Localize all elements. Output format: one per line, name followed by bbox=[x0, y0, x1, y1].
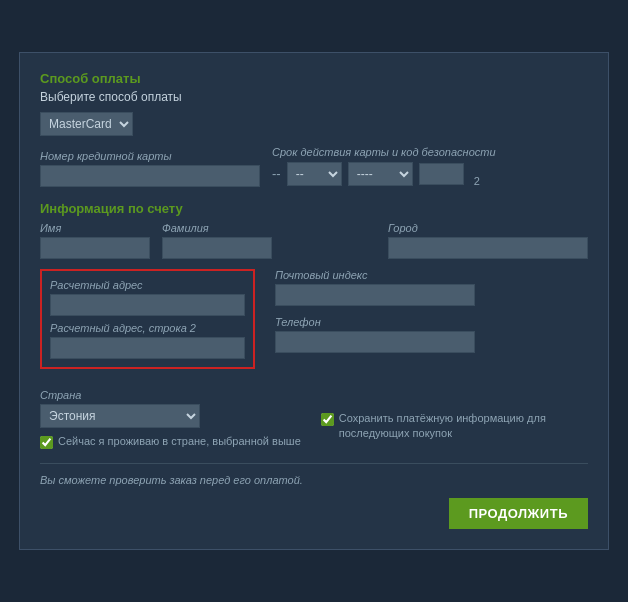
expiry-year-select[interactable]: ---- 202420252026 202720282029 bbox=[348, 162, 413, 186]
address2-label: Расчетный адрес, строка 2 bbox=[50, 322, 245, 334]
card-details-row: Номер кредитной карты Срок действия карт… bbox=[40, 146, 588, 187]
payment-method-select[interactable]: MasterCard Visa PayPal bbox=[40, 112, 133, 136]
card-number-label: Номер кредитной карты bbox=[40, 150, 260, 162]
bottom-row: ПРОДОЛЖИТЬ bbox=[40, 498, 588, 529]
checkbox1-row: Сейчас я проживаю в стране, выбранной вы… bbox=[40, 434, 301, 449]
payment-subtitle: Выберите способ оплаты bbox=[40, 90, 588, 104]
checkbox1-label: Сейчас я проживаю в стране, выбранной вы… bbox=[58, 434, 301, 449]
payment-form: Способ оплаты Выберите способ оплаты Mas… bbox=[19, 52, 609, 550]
address1-input[interactable] bbox=[50, 294, 245, 316]
expiry-row: -- -- 010203 040506 070809 101112 ---- 2… bbox=[272, 161, 588, 187]
postcode-label: Почтовый индекс bbox=[275, 269, 588, 281]
expiry-dash: -- bbox=[272, 166, 281, 181]
continue-button[interactable]: ПРОДОЛЖИТЬ bbox=[449, 498, 588, 529]
address2-col: Расчетный адрес, строка 2 bbox=[50, 322, 245, 359]
payment-section-title: Способ оплаты bbox=[40, 71, 588, 86]
address2-input[interactable] bbox=[50, 337, 245, 359]
expiry-label: Срок действия карты и код безопасности bbox=[272, 146, 588, 158]
country-select[interactable]: Эстония Россия Украина Беларусь bbox=[40, 404, 200, 428]
account-section-title: Информация по счету bbox=[40, 201, 588, 216]
name-city-row: Имя Фамилия Город bbox=[40, 222, 588, 259]
country-col: Страна Эстония Россия Украина Беларусь С… bbox=[40, 389, 301, 449]
footer-info-text: Вы сможете проверить заказ перед его опл… bbox=[40, 474, 588, 486]
payment-method-row: MasterCard Visa PayPal bbox=[40, 112, 588, 136]
address-postcode-row: Расчетный адрес Расчетный адрес, строка … bbox=[40, 269, 588, 379]
save-info-col: Сохранить платёжную информацию для после… bbox=[321, 389, 588, 442]
country-label: Страна bbox=[40, 389, 301, 401]
cvv-note: 2 bbox=[474, 161, 480, 187]
account-info-section: Информация по счету Имя Фамилия Город Ра… bbox=[40, 201, 588, 449]
last-name-input[interactable] bbox=[162, 237, 272, 259]
phone-label: Телефон bbox=[275, 316, 588, 328]
expiry-col: Срок действия карты и код безопасности -… bbox=[272, 146, 588, 187]
phone-col: Телефон bbox=[275, 316, 588, 353]
last-name-label: Фамилия bbox=[162, 222, 272, 234]
first-name-col: Имя bbox=[40, 222, 150, 259]
postcode-inner-col: Почтовый индекс bbox=[275, 269, 588, 306]
first-name-label: Имя bbox=[40, 222, 150, 234]
postcode-col: Почтовый индекс Телефон bbox=[275, 269, 588, 353]
city-input[interactable] bbox=[388, 237, 588, 259]
first-name-input[interactable] bbox=[40, 237, 150, 259]
checkbox2-row: Сохранить платёжную информацию для после… bbox=[321, 411, 588, 442]
address-left-col: Расчетный адрес Расчетный адрес, строка … bbox=[40, 269, 255, 379]
country-checkboxes-row: Страна Эстония Россия Украина Беларусь С… bbox=[40, 389, 588, 449]
city-label: Город bbox=[388, 222, 588, 234]
card-number-col: Номер кредитной карты bbox=[40, 150, 260, 187]
last-name-col: Фамилия bbox=[162, 222, 272, 259]
live-in-country-checkbox[interactable] bbox=[40, 436, 53, 449]
payment-method-section: Способ оплаты Выберите способ оплаты Mas… bbox=[40, 71, 588, 187]
cvv-input[interactable] bbox=[419, 163, 464, 185]
city-col: Город bbox=[388, 222, 588, 259]
save-payment-checkbox[interactable] bbox=[321, 413, 334, 426]
phone-input[interactable] bbox=[275, 331, 475, 353]
checkbox2-label: Сохранить платёжную информацию для после… bbox=[339, 411, 588, 442]
divider bbox=[40, 463, 588, 464]
postcode-input[interactable] bbox=[275, 284, 475, 306]
country-inner-col: Страна Эстония Россия Украина Беларусь bbox=[40, 389, 301, 428]
address1-label: Расчетный адрес bbox=[50, 279, 245, 291]
card-number-input[interactable] bbox=[40, 165, 260, 187]
expiry-month-select[interactable]: -- 010203 040506 070809 101112 bbox=[287, 162, 342, 186]
address-block: Расчетный адрес Расчетный адрес, строка … bbox=[40, 269, 255, 369]
address1-col: Расчетный адрес bbox=[50, 279, 245, 316]
